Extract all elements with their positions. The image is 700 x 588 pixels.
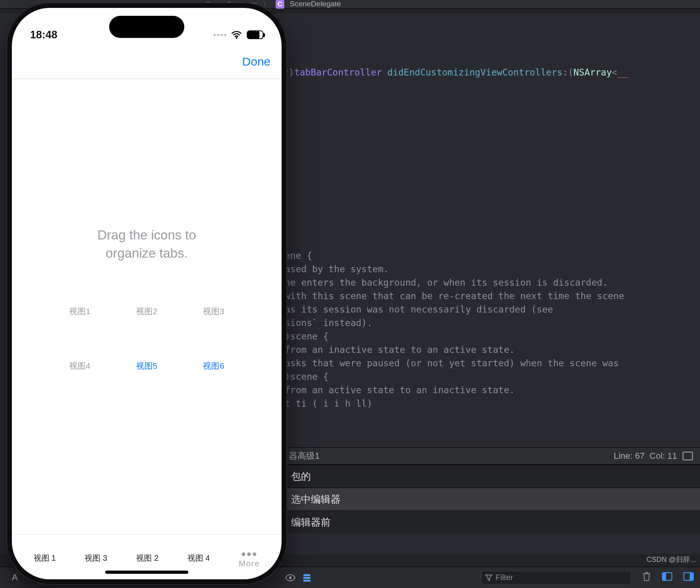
organize-hint: Drag the icons to organize tabs. — [97, 226, 196, 262]
panel-row[interactable]: 包的 — [282, 465, 700, 488]
code-line: from an inactive state to an active stat… — [285, 343, 700, 356]
home-indicator — [105, 571, 188, 574]
code-line: t ti ( i i h ll) — [285, 397, 700, 410]
svg-rect-1 — [303, 574, 310, 576]
hint-line-2: organize tabs. — [106, 246, 187, 260]
more-icon: ••• — [239, 553, 260, 555]
status-time: 18:48 — [30, 29, 57, 41]
code-line: as its session was not necessarily disca… — [285, 303, 700, 316]
code-line: ased by the system. — [285, 262, 700, 276]
svg-point-0 — [289, 576, 291, 579]
code-line: with this scene that can be re-created t… — [285, 289, 700, 303]
svg-point-8 — [236, 37, 237, 39]
code-line: )scene { — [285, 370, 700, 383]
panel-row[interactable]: 编辑器前 — [282, 511, 700, 533]
status-col-value: 11 — [668, 451, 677, 461]
tab-grid-item[interactable]: 视图2 — [123, 306, 170, 317]
tabbar-item[interactable]: 视图 1 — [34, 553, 56, 564]
more-label: More — [239, 559, 260, 568]
tab-grid-item[interactable]: 视图4 — [56, 360, 104, 371]
minimap-toggle-icon[interactable] — [683, 452, 693, 460]
code-token: tabBarController — [294, 67, 382, 77]
tab-grid-item[interactable]: 视图1 — [56, 306, 104, 317]
class-icon: C — [276, 0, 284, 9]
breadcrumb-current[interactable]: C SceneDelegate — [276, 0, 341, 9]
done-button[interactable]: Done — [242, 55, 271, 68]
stack-icon[interactable] — [301, 573, 312, 582]
dynamic-island — [109, 16, 184, 38]
code-line: from an active state to an inactive stat… — [285, 383, 700, 397]
svg-rect-5 — [662, 573, 666, 580]
panel-row[interactable]: 选中编辑器 — [282, 488, 700, 511]
breadcrumb-current-label: SceneDelegate — [289, 0, 341, 8]
ios-simulator-frame: 18:48 Done Drag the icons to organize ta… — [6, 2, 287, 585]
tab-icon-grid: 视图1视图2视图3视图4视图5视图6 — [56, 306, 238, 371]
filter-icon — [485, 574, 492, 581]
tabbar-item[interactable]: 视图 2 — [136, 553, 159, 564]
ios-screen: 18:48 Done Drag the icons to organize ta… — [12, 8, 282, 579]
status-col-label: Col: — [649, 451, 665, 461]
svg-rect-3 — [303, 580, 310, 582]
status-line-label: Line: — [614, 451, 633, 461]
panel-left-icon[interactable] — [662, 572, 672, 583]
filter-field[interactable]: Filter — [481, 571, 631, 584]
organize-tabs-view: Drag the icons to organize tabs. 视图1视图2视… — [12, 80, 282, 536]
wifi-icon — [231, 30, 242, 39]
trash-icon[interactable] — [642, 572, 651, 584]
editor-status-bar: 器高级1 Line: 67 Col: 11 — [282, 447, 700, 465]
panel-right-icon[interactable] — [683, 572, 694, 583]
code-line: asks that were paused (or not yet starte… — [285, 356, 700, 370]
bottom-panel-list: 包的选中编辑器编辑器前 — [282, 465, 700, 533]
tab-grid-item[interactable]: 视图3 — [190, 306, 238, 317]
watermark: CSDN @归辞... — [647, 555, 696, 564]
code-line: sions` instead). — [285, 316, 700, 330]
a-label: A — [12, 573, 18, 582]
code-token: didEndCustomizingViewControllers — [387, 67, 562, 77]
code-token: :( — [562, 67, 573, 77]
code-line: )scene { — [285, 330, 700, 343]
tabbar-item[interactable]: 视图 3 — [85, 553, 107, 564]
filter-placeholder: Filter — [496, 573, 513, 582]
code-line: ne enters the background, or when its se… — [285, 276, 700, 289]
code-token: < — [612, 67, 617, 77]
tab-grid-item[interactable]: 视图6 — [190, 360, 238, 371]
ios-navbar: Done — [12, 47, 282, 79]
code-token: NSArray — [573, 67, 612, 77]
recording-dots-icon — [214, 34, 226, 36]
svg-rect-2 — [303, 577, 310, 579]
tabbar-more[interactable]: •••More — [239, 553, 260, 568]
code-line: ene { — [285, 249, 700, 262]
hint-line-1: Drag the icons to — [97, 228, 196, 242]
status-doc-name: 器高级1 — [289, 450, 320, 462]
status-line-value: 67 — [635, 451, 645, 461]
code-token: __ — [617, 67, 628, 77]
tab-grid-item[interactable]: 视图5 — [123, 360, 170, 371]
svg-rect-7 — [690, 573, 693, 580]
eye-icon[interactable] — [285, 573, 296, 582]
tabbar-item[interactable]: 视图 4 — [187, 553, 210, 564]
battery-icon — [247, 30, 263, 39]
